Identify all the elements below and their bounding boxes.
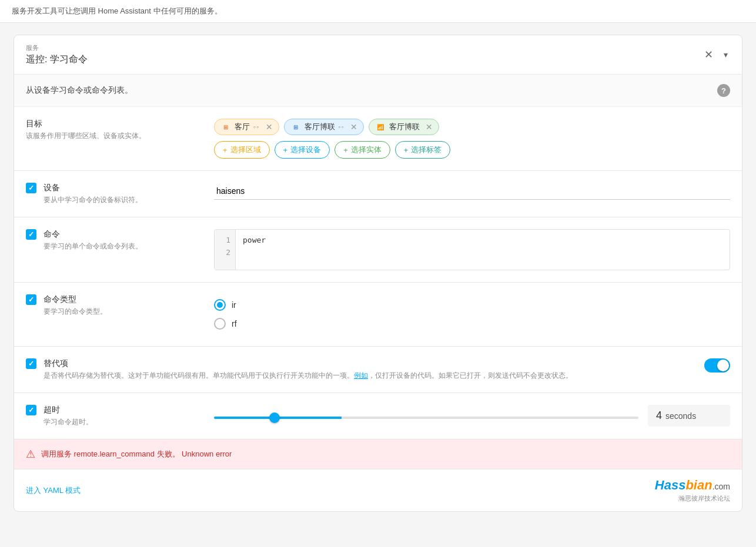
target-section: 目标 该服务作用于哪些区域、设备或实体。 ⊞ 客厅 ◦◦ ✕ ⊞ 客厅博联 ◦◦… — [14, 107, 742, 171]
command-section-left: 命令 要学习的单个命令或命令列表。 — [26, 229, 202, 251]
radio-ir-circle[interactable] — [214, 299, 226, 311]
top-bar: 服务开发工具可让您调用 Home Assistant 中任何可用的服务。 — [0, 0, 756, 23]
main-container: 服务 遥控: 学习命令 ✕ ▾ 从设备学习命令或命令列表。 ? 目标 该服务作用… — [14, 35, 742, 512]
timeout-left: 超时 学习命令超时。 — [26, 405, 202, 427]
service-title-group: 服务 遥控: 学习命令 — [26, 43, 88, 66]
add-tag-button[interactable]: + 选择标签 — [395, 141, 451, 159]
service-title: 遥控: 学习命令 — [26, 53, 88, 66]
help-icon[interactable]: ? — [717, 84, 730, 97]
command-subtitle: 要学习的单个命令或命令列表。 — [44, 241, 142, 251]
tag-area-name: 客厅 — [235, 122, 250, 132]
command-type-left: 命令类型 要学习的命令类型。 — [26, 294, 202, 317]
alternative-right — [584, 358, 730, 373]
code-editor: 1 2 power — [214, 229, 730, 270]
device-section-right — [214, 183, 730, 200]
radio-rf-circle[interactable] — [214, 318, 226, 330]
hass-dotcom: .com — [712, 482, 730, 491]
slider-container — [214, 411, 638, 421]
tag-device-close1[interactable]: ✕ — [350, 122, 357, 132]
slider-value-box: 4 seconds — [648, 405, 730, 427]
footer: 进入 YAML 模式 Hassbian.com 瀚思彼岸技术论坛 — [14, 469, 742, 511]
hassbian-brand: Hassbian.com — [655, 478, 730, 493]
device-input[interactable] — [214, 183, 730, 200]
tag-entity-icon2: 📶 — [375, 122, 386, 132]
alternative-section: 替代项 是否将代码存储为替代项。这对于单功能代码很有用。单功能代码用于仅执行行开… — [14, 347, 742, 393]
close-button[interactable]: ✕ — [702, 46, 715, 63]
description-row: 从设备学习命令或命令列表。 ? — [14, 75, 742, 107]
service-header: 服务 遥控: 学习命令 ✕ ▾ — [14, 35, 742, 75]
add-device-plus: + — [283, 146, 288, 155]
radio-rf[interactable]: rf — [214, 318, 730, 330]
command-type-title: 命令类型 — [44, 294, 107, 305]
timeout-label-group: 超时 学习命令超时。 — [44, 405, 93, 427]
command-type-checkbox[interactable] — [26, 294, 36, 305]
add-area-button[interactable]: + 选择区域 — [214, 141, 270, 159]
timeout-title: 超时 — [44, 405, 93, 415]
alternative-checkbox[interactable] — [26, 358, 36, 369]
add-tag-plus: + — [404, 146, 409, 155]
command-title: 命令 — [44, 229, 142, 240]
hass-blue-text: Hass — [655, 478, 686, 492]
radio-group: ir rf — [214, 294, 730, 334]
add-entity-button[interactable]: + 选择实体 — [334, 141, 390, 159]
timeout-checkbox[interactable] — [26, 405, 36, 415]
tags-row: ⊞ 客厅 ◦◦ ✕ ⊞ 客厅博联 ◦◦ ✕ 📶 客厅博联 ✕ — [214, 119, 730, 135]
command-type-right: ir rf — [214, 294, 730, 334]
top-bar-text: 服务开发工具可让您调用 Home Assistant 中任何可用的服务。 — [12, 6, 222, 15]
device-subtitle: 要从中学习命令的设备标识符。 — [44, 195, 142, 205]
expand-button[interactable]: ▾ — [721, 48, 730, 62]
hassbian-subtitle: 瀚思彼岸技术论坛 — [655, 494, 730, 503]
timeout-subtitle: 学习命令超时。 — [44, 417, 93, 427]
tag-entity-close2[interactable]: ✕ — [426, 122, 433, 132]
command-type-subtitle: 要学习的命令类型。 — [44, 307, 107, 317]
hassbian-logo: Hassbian.com 瀚思彼岸技术论坛 — [655, 478, 730, 503]
error-text: 调用服务 remote.learn_command 失败。 Unknown er… — [41, 449, 232, 459]
line-numbers: 1 2 — [215, 230, 236, 270]
yaml-link[interactable]: 进入 YAML 模式 — [26, 485, 81, 496]
tag-entity-name2: 客厅博联 — [389, 122, 420, 132]
tag-area-close[interactable]: ✕ — [266, 122, 273, 132]
command-type-section: 命令类型 要学习的命令类型。 ir rf — [14, 283, 742, 347]
tag-device-name1: 客厅博联 — [305, 122, 335, 132]
command-label-group: 命令 要学习的单个命令或命令列表。 — [44, 229, 142, 251]
alternative-label-group: 替代项 是否将代码存储为替代项。这对于单功能代码很有用。单功能代码用于仅执行行开… — [44, 358, 573, 381]
add-device-button[interactable]: + 选择设备 — [275, 141, 330, 159]
tag-area-icon: ⊞ — [220, 122, 231, 132]
alternative-subtitle: 是否将代码存储为替代项。这对于单功能代码很有用。单功能代码用于仅执行行开关功能中… — [44, 371, 573, 381]
add-area-label: 选择区域 — [230, 145, 261, 155]
command-checkbox[interactable] — [26, 229, 36, 240]
add-entity-plus: + — [343, 146, 348, 155]
service-label: 服务 — [26, 43, 88, 52]
tag-device-bolian1: ⊞ 客厅博联 ◦◦ ✕ — [284, 119, 364, 135]
add-device-label: 选择设备 — [290, 145, 321, 155]
alternative-left: 替代项 是否将代码存储为替代项。这对于单功能代码很有用。单功能代码用于仅执行行开… — [26, 358, 573, 381]
tag-entity-bolian2: 📶 客厅博联 ✕ — [369, 119, 439, 135]
target-left: 目标 该服务作用于哪些区域、设备或实体。 — [26, 119, 202, 141]
slider-number: 4 — [656, 410, 662, 422]
error-icon: ⚠ — [26, 448, 35, 461]
toggle-slider[interactable] — [704, 358, 730, 373]
hass-orange-text: bian — [685, 478, 712, 492]
slider-unit: seconds — [665, 411, 696, 421]
target-right: ⊞ 客厅 ◦◦ ✕ ⊞ 客厅博联 ◦◦ ✕ 📶 客厅博联 ✕ — [214, 119, 730, 159]
alternative-link[interactable]: 例如 — [354, 371, 368, 380]
device-title: 设备 — [44, 183, 142, 193]
radio-ir[interactable]: ir — [214, 299, 730, 311]
command-section-right: 1 2 power — [214, 229, 730, 270]
description-text: 从设备学习命令或命令列表。 — [26, 85, 133, 96]
device-checkbox[interactable] — [26, 183, 36, 193]
timeout-slider[interactable] — [214, 417, 638, 419]
error-bar: ⚠ 调用服务 remote.learn_command 失败。 Unknown … — [14, 439, 742, 469]
command-section: 命令 要学习的单个命令或命令列表。 1 2 power — [14, 217, 742, 283]
line-num-2: 2 — [219, 247, 230, 259]
line-num-1: 1 — [219, 234, 230, 247]
slider-row: 4 seconds — [214, 405, 730, 427]
alternative-toggle[interactable] — [704, 358, 730, 373]
alternative-title: 替代项 — [44, 358, 573, 369]
add-buttons-row: + 选择区域 + 选择设备 + 选择实体 + 选择标签 — [214, 141, 730, 159]
target-title: 目标 — [26, 119, 202, 129]
timeout-section: 超时 学习命令超时。 4 seconds — [14, 393, 742, 439]
command-editor[interactable]: power — [236, 230, 730, 270]
device-section: 设备 要从中学习命令的设备标识符。 — [14, 171, 742, 217]
device-section-left: 设备 要从中学习命令的设备标识符。 — [26, 183, 202, 205]
